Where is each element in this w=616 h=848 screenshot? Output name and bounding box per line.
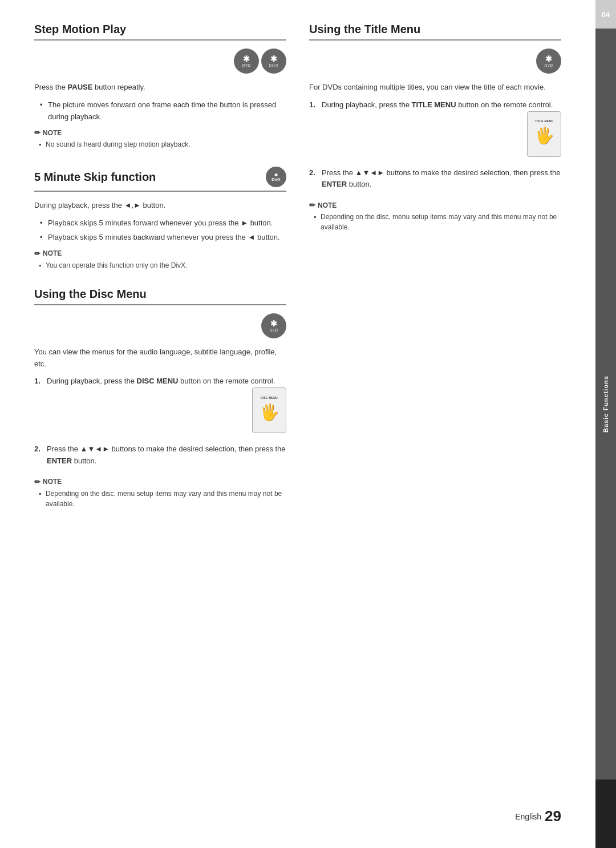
disc-menu-title: Using the Disc Menu	[34, 288, 286, 305]
title-menu-section: Using the Title Menu ✱ DVD For DVDs cont…	[309, 23, 561, 232]
note-label-2: NOTE	[43, 249, 62, 257]
title-step-num-1: 1.	[309, 99, 318, 163]
title-menu-step1-text: During playback, press the TITLE MENU bu…	[322, 99, 561, 163]
disc-menu-step2-text: Press the ▲▼◄► buttons to make the desir…	[47, 443, 286, 467]
minute-skip-title: 5 Minute Skip function	[34, 171, 260, 184]
minute-skip-bullet1: Playback skips 5 minutes forward wheneve…	[40, 217, 286, 229]
note-icon-1: ✏	[34, 128, 40, 137]
button-star-2: ✱	[270, 55, 277, 63]
button-star-3: ✱	[274, 173, 278, 177]
left-column: Step Motion Play ✱ DVD ✱ DivX Pres	[34, 23, 286, 785]
step-motion-intro: Press the PAUSE button repeatly.	[34, 82, 286, 94]
title-menu-step2-text: Press the ▲▼◄► buttons to make the desir…	[322, 167, 561, 191]
disc-menu-intro: You can view the menus for the audio lan…	[34, 346, 286, 370]
page-footer: English 29	[34, 802, 561, 825]
title-menu-steps: 1. During playback, press the TITLE MENU…	[309, 99, 561, 195]
chapter-label: Basic Functions	[595, 29, 616, 780]
disc-menu-note-text: Depending on the disc, menu setup items …	[34, 488, 286, 509]
step-num-1: 1.	[34, 375, 43, 439]
hand-icon-2: 🖐	[534, 123, 554, 149]
title-menu-icon-row: ✱ DVD	[309, 49, 561, 74]
step-motion-note-text: No sound is heard during step motion pla…	[34, 139, 286, 150]
title-remote-illustration: TITLE MENU 🖐	[527, 111, 561, 157]
minute-skip-section: 5 Minute Skip function ✱ DivX During pla…	[34, 167, 286, 270]
note-label-3: NOTE	[43, 478, 62, 486]
divx-icon-small: ✱ DivX	[266, 167, 286, 187]
disc-menu-remote-label: DISC MENU	[261, 395, 278, 400]
language-label: English	[515, 812, 541, 821]
step-motion-play-title: Step Motion Play	[34, 23, 286, 41]
note-label-1: NOTE	[43, 129, 62, 137]
divx-button-icon: ✱ DivX	[261, 49, 286, 74]
step-motion-bullet1: The picture moves forward one frame each…	[40, 99, 286, 123]
title-menu-title: Using the Title Menu	[309, 23, 561, 41]
pause-bold: PAUSE	[68, 83, 93, 91]
title-menu-note-title: ✏ NOTE	[309, 201, 561, 209]
side-tab: 04 Basic Functions	[595, 0, 616, 848]
minute-skip-bullet2: Playback skips 5 minutes backward whenev…	[40, 232, 286, 244]
title-remote-image: TITLE MENU 🖐	[527, 111, 561, 157]
minute-skip-intro: During playback, press the ◄,► button.	[34, 200, 286, 212]
disc-menu-icon-row: ✱ DVD	[34, 313, 286, 338]
dvd-button-icon: ✱ DVD	[234, 49, 259, 74]
title-menu-step1: 1. During playback, press the TITLE MENU…	[309, 99, 561, 163]
step-num-2: 2.	[34, 443, 43, 467]
disc-menu-section: Using the Disc Menu ✱ DVD You can view t…	[34, 288, 286, 509]
minute-skip-bullets: Playback skips 5 minutes forward wheneve…	[40, 217, 286, 244]
step-motion-icons: ✱ DVD ✱ DivX	[34, 49, 286, 74]
step-motion-note: ✏ NOTE No sound is heard during step mot…	[34, 128, 286, 150]
main-content: Step Motion Play ✱ DVD ✱ DivX Pres	[0, 0, 595, 848]
step-motion-play-section: Step Motion Play ✱ DVD ✱ DivX Pres	[34, 23, 286, 150]
button-star: ✱	[243, 55, 250, 63]
button-star-4: ✱	[270, 320, 277, 328]
page-number: 29	[545, 807, 561, 825]
note-icon-4: ✏	[309, 201, 315, 209]
right-column: Using the Title Menu ✱ DVD For DVDs cont…	[309, 23, 561, 785]
title-menu-step2: 2. Press the ▲▼◄► buttons to make the de…	[309, 167, 561, 191]
title-menu-note-text: Depending on the disc, menu setup items …	[309, 212, 561, 232]
two-column-layout: Step Motion Play ✱ DVD ✱ DivX Pres	[34, 23, 561, 785]
title-menu-intro: For DVDs containing multiple titles, you…	[309, 82, 561, 94]
disc-menu-step1-text: During playback, press the DISC MENU but…	[47, 375, 286, 439]
title-menu-remote-label: TITLE MENU	[535, 119, 553, 123]
tab-accent	[595, 780, 616, 848]
disc-menu-step2: 2. Press the ▲▼◄► buttons to make the de…	[34, 443, 286, 467]
title-menu-note: ✏ NOTE Depending on the disc, menu setup…	[309, 201, 561, 232]
title-step-num-2: 2.	[309, 167, 318, 191]
step-motion-bullets: The picture moves forward one frame each…	[40, 99, 286, 123]
disc-menu-steps: 1. During playback, press the DISC MENU …	[34, 375, 286, 471]
dvd-icon-disc: ✱ DVD	[261, 313, 286, 338]
chapter-number: 04	[595, 0, 616, 29]
hand-icon: 🖐	[260, 400, 279, 426]
disc-remote-image: DISC MENU 🖐	[252, 387, 286, 433]
disc-menu-note: ✏ NOTE Depending on the disc, menu setup…	[34, 478, 286, 509]
button-star-5: ✱	[545, 55, 552, 63]
step-motion-note-title: ✏ NOTE	[34, 128, 286, 137]
minute-skip-note-text: You can operate this function only on th…	[34, 260, 286, 270]
minute-skip-note-title: ✏ NOTE	[34, 249, 286, 258]
note-label-4: NOTE	[318, 201, 337, 209]
note-icon-2: ✏	[34, 249, 40, 258]
dvd-icon-title: ✱ DVD	[536, 49, 561, 74]
disc-menu-note-title: ✏ NOTE	[34, 478, 286, 486]
note-icon-3: ✏	[34, 478, 40, 486]
disc-menu-step1: 1. During playback, press the DISC MENU …	[34, 375, 286, 439]
disc-remote-illustration: DISC MENU 🖐	[252, 387, 286, 433]
minute-skip-note: ✏ NOTE You can operate this function onl…	[34, 249, 286, 270]
